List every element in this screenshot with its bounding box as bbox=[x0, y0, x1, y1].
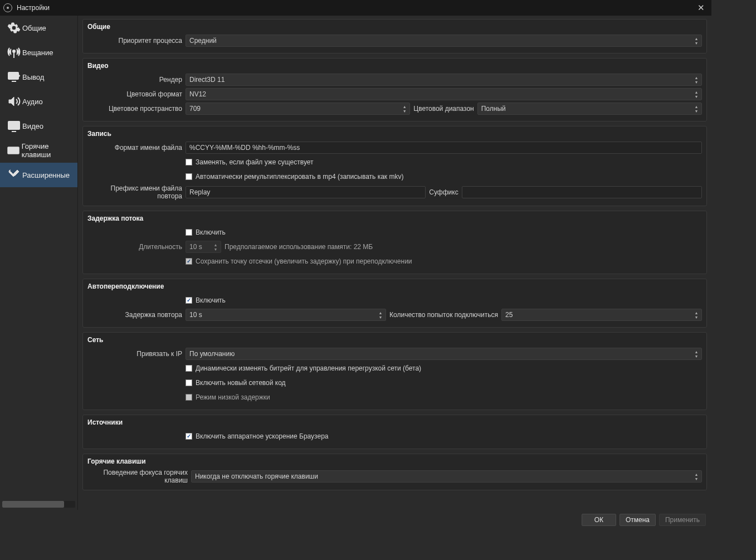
group-title: Сеть bbox=[87, 336, 702, 344]
checkbox-dynamic-bitrate[interactable]: Динамически изменять битрейт для управле… bbox=[186, 362, 421, 374]
group-hotkeys: Горячие клавиши Поведение фокуса горячих… bbox=[82, 454, 707, 490]
checkbox-icon bbox=[186, 365, 192, 372]
checkbox-icon bbox=[186, 173, 192, 180]
keyboard-icon bbox=[6, 144, 22, 157]
sidebar-item-general[interactable]: Общие bbox=[0, 16, 77, 40]
checkbox-icon bbox=[186, 297, 192, 304]
titlebar: Настройки ✕ bbox=[0, 0, 711, 16]
sidebar-item-label: Вещание bbox=[22, 48, 53, 57]
select-renderer[interactable]: Direct3D 11 ▲▼ bbox=[186, 74, 702, 86]
checkbox-icon bbox=[186, 433, 192, 440]
label-replay-prefix: Префикс имени файла повтора bbox=[87, 184, 182, 200]
checkbox-stream-delay-enable[interactable]: Включить bbox=[186, 226, 226, 238]
label-color-space: Цветовое пространство bbox=[87, 105, 182, 113]
video-icon bbox=[6, 119, 22, 133]
spin-max-retries[interactable]: 25 ▲▼ bbox=[501, 309, 702, 321]
group-title: Видео bbox=[87, 62, 702, 70]
checkbox-new-network-code[interactable]: Включить новый сетевой код bbox=[186, 377, 286, 389]
tools-icon bbox=[6, 168, 22, 182]
sidebar: Общие Вещание Вывод Аудио Видео bbox=[0, 16, 78, 510]
group-title: Задержка потока bbox=[87, 215, 702, 222]
sidebar-item-label: Видео bbox=[22, 122, 43, 130]
sidebar-item-label: Расширенные bbox=[22, 171, 70, 179]
select-color-range[interactable]: Полный ▲▼ bbox=[477, 103, 702, 115]
checkbox-icon bbox=[186, 229, 192, 236]
label-color-format: Цветовой формат bbox=[87, 90, 182, 98]
sidebar-item-video[interactable]: Видео bbox=[0, 114, 77, 138]
group-title: Автопереподключение bbox=[87, 283, 702, 290]
label-process-priority: Приоритет процесса bbox=[87, 37, 182, 45]
checkbox-low-latency[interactable]: Режим низкой задержки bbox=[186, 391, 270, 403]
group-title: Запись bbox=[87, 130, 702, 138]
group-network: Сеть Привязать к IP По умолчанию ▲▼ bbox=[82, 332, 707, 410]
select-process-priority[interactable]: Средний ▲▼ bbox=[186, 35, 702, 47]
checkbox-icon bbox=[186, 258, 192, 265]
sidebar-scrollbar[interactable] bbox=[2, 501, 75, 508]
group-stream-delay: Задержка потока Включить Длительность bbox=[82, 211, 707, 274]
broadcast-icon bbox=[6, 46, 22, 59]
group-title: Горячие клавиши bbox=[87, 457, 702, 465]
sidebar-item-output[interactable]: Вывод bbox=[0, 65, 77, 89]
gear-icon bbox=[6, 21, 22, 35]
checkbox-icon bbox=[186, 379, 192, 386]
label-delay-duration: Длительность bbox=[87, 243, 182, 251]
label-hotkey-focus: Поведение фокуса горячих клавиш bbox=[87, 469, 188, 484]
label-max-retries: Количество попыток подключиться bbox=[389, 311, 498, 319]
cancel-button[interactable]: Отмена bbox=[620, 514, 656, 526]
checkbox-browser-hw-accel[interactable]: Включить аппаратное ускорение Браузера bbox=[186, 430, 328, 442]
checkbox-reconnect-enable[interactable]: Включить bbox=[186, 294, 226, 306]
input-filename-format[interactable] bbox=[186, 142, 702, 154]
sidebar-item-hotkeys[interactable]: Горячие клавиши bbox=[0, 138, 77, 163]
label-color-range: Цветовой диапазон bbox=[413, 105, 474, 113]
ok-button[interactable]: ОК bbox=[582, 514, 616, 526]
sidebar-item-stream[interactable]: Вещание bbox=[0, 40, 77, 65]
checkbox-overwrite[interactable]: Заменять, если файл уже существует bbox=[186, 156, 314, 168]
input-replay-suffix[interactable] bbox=[462, 186, 702, 198]
group-reconnect: Автопереподключение Включить Задержка по… bbox=[82, 279, 707, 328]
settings-window: Настройки ✕ Общие Вещание Вывод bbox=[0, 0, 711, 530]
apply-button[interactable]: Применить bbox=[659, 514, 706, 526]
group-title: Общие bbox=[87, 23, 702, 31]
group-recording: Запись Формат имени файла Заменять, bbox=[82, 126, 707, 206]
checkbox-preserve-cutoff[interactable]: Сохранить точку отсечки (увеличить задер… bbox=[186, 255, 412, 267]
spin-retry-delay[interactable]: 10 s ▲▼ bbox=[186, 309, 386, 321]
svg-rect-2 bbox=[8, 72, 18, 79]
label-renderer: Рендер bbox=[87, 76, 182, 84]
group-title: Источники bbox=[87, 418, 702, 426]
window-title: Настройки bbox=[17, 4, 694, 12]
select-hotkey-focus[interactable]: Никогда не отключать горячие клавиши ▲▼ bbox=[191, 470, 702, 483]
label-retry-delay: Задержка повтора bbox=[87, 311, 182, 319]
main-content: Общие Приоритет процесса Средний ▲▼ Виде… bbox=[78, 16, 711, 510]
output-icon bbox=[6, 70, 22, 84]
svg-point-0 bbox=[13, 50, 15, 52]
sidebar-item-label: Вывод bbox=[22, 73, 44, 81]
app-icon bbox=[3, 3, 12, 12]
sidebar-item-label: Аудио bbox=[22, 98, 43, 106]
select-bind-ip[interactable]: По умолчанию ▲▼ bbox=[186, 348, 702, 360]
sidebar-item-label: Горячие клавиши bbox=[22, 142, 77, 159]
checkbox-icon bbox=[186, 159, 192, 165]
select-color-format[interactable]: NV12 ▲▼ bbox=[186, 88, 702, 100]
group-video: Видео Рендер Direct3D 11 ▲▼ Цветовой фор… bbox=[82, 58, 707, 121]
label-replay-suffix: Суффикс bbox=[429, 188, 458, 196]
label-bind-ip: Привязать к IP bbox=[87, 350, 182, 358]
svg-rect-5 bbox=[8, 147, 19, 154]
svg-rect-3 bbox=[8, 121, 19, 129]
label-filename-format: Формат имени файла bbox=[87, 144, 182, 152]
label-memory-usage: Предполагаемое использование памяти: 22 … bbox=[225, 243, 373, 251]
sidebar-item-advanced[interactable]: Расширенные bbox=[0, 163, 77, 187]
sidebar-item-label: Общие bbox=[22, 24, 46, 32]
dialog-footer: ОК Отмена Применить bbox=[0, 510, 711, 530]
group-sources: Источники Включить аппаратное ускорение … bbox=[82, 415, 707, 449]
checkbox-remux-mp4[interactable]: Автоматически ремультиплексировать в mp4… bbox=[186, 171, 403, 183]
close-icon[interactable]: ✕ bbox=[694, 3, 708, 13]
sidebar-item-audio[interactable]: Аудио bbox=[0, 89, 77, 114]
group-general: Общие Приоритет процесса Средний ▲▼ bbox=[82, 19, 707, 53]
audio-icon bbox=[6, 95, 22, 108]
input-replay-prefix[interactable] bbox=[186, 186, 426, 198]
spin-delay-duration[interactable]: 10 s ▲▼ bbox=[186, 241, 221, 253]
checkbox-icon bbox=[186, 394, 192, 401]
select-color-space[interactable]: 709 ▲▼ bbox=[186, 103, 410, 115]
